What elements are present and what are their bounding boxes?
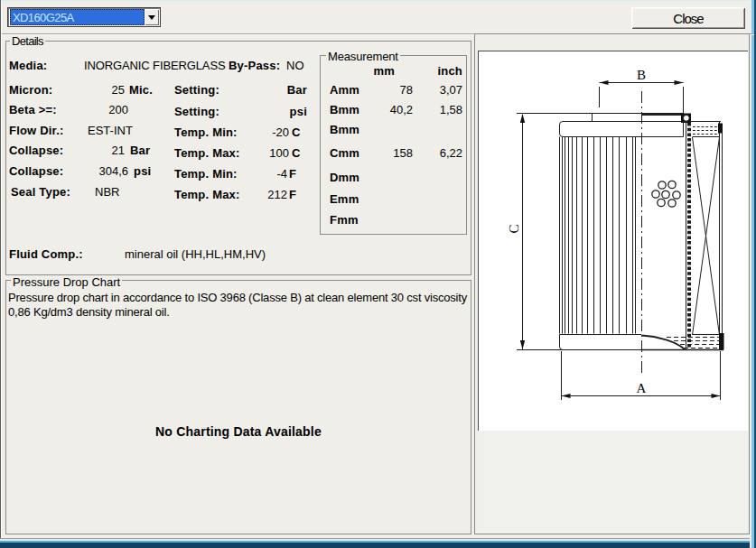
svg-text:C: C: [507, 224, 521, 233]
svg-text:A: A: [637, 381, 647, 395]
svg-text:B: B: [637, 68, 646, 82]
